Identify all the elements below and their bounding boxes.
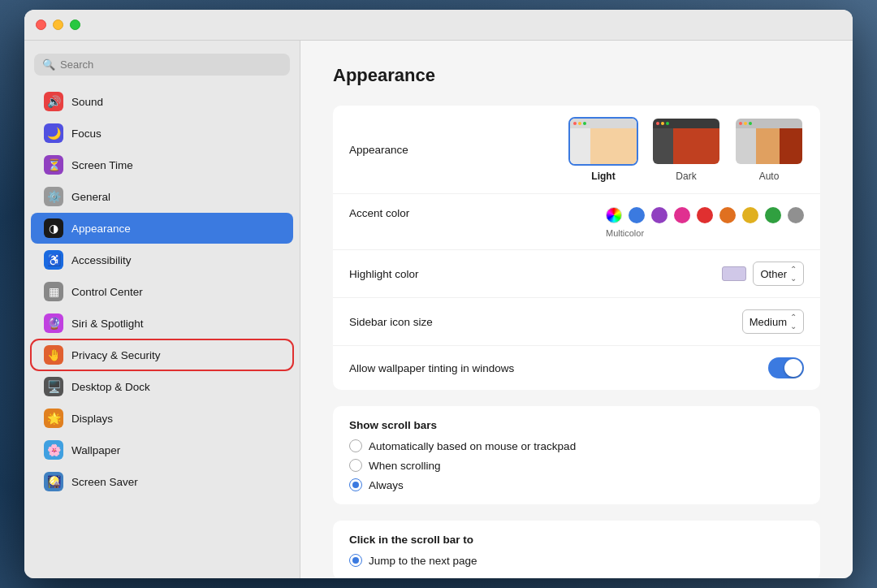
sidebar: 🔍 🔊Sound🌙Focus⏳Screen Time⚙️General◑Appe… [24, 41, 300, 578]
appearance-options: Light [568, 117, 804, 182]
main-window: 🔍 🔊Sound🌙Focus⏳Screen Time⚙️General◑Appe… [24, 10, 853, 578]
appearance-thumb-dark [651, 117, 721, 166]
sidebar-item-sound[interactable]: 🔊Sound [31, 86, 293, 117]
sidebar-items: 🔊Sound🌙Focus⏳Screen Time⚙️General◑Appear… [24, 85, 300, 498]
minimize-button[interactable] [53, 19, 63, 30]
sidebar-icon-size-label: Sidebar icon size [349, 316, 742, 328]
sidebar-label-focus: Focus [71, 128, 102, 140]
highlight-color-row: Highlight color Other ⌃⌄ [333, 250, 820, 298]
appearance-thumb-auto [734, 117, 804, 166]
sidebar-icon-wallpaper: 🌸 [44, 440, 63, 460]
accent-color-label: Accent color [349, 207, 606, 219]
scroll-when-scrolling-radio[interactable] [349, 459, 362, 472]
jump-next-option[interactable]: Jump to the next page [349, 554, 804, 567]
search-input[interactable] [60, 58, 282, 71]
sidebar-label-accessibility: Accessibility [71, 254, 132, 266]
accent-pink[interactable] [674, 207, 690, 223]
sidebar-item-focus[interactable]: 🌙Focus [31, 118, 293, 149]
appearance-auto-label: Auto [759, 171, 780, 182]
sidebar-item-screen-time[interactable]: ⏳Screen Time [31, 149, 293, 180]
search-bar[interactable]: 🔍 [34, 54, 290, 76]
sidebar-item-displays[interactable]: 🌟Displays [31, 403, 293, 434]
accent-red[interactable] [697, 207, 713, 223]
scroll-always-option[interactable]: Always [349, 478, 804, 491]
sidebar-label-privacy-security: Privacy & Security [71, 349, 161, 361]
highlight-control: Other ⌃⌄ [722, 262, 804, 286]
sidebar-item-siri-spotlight[interactable]: 🔮Siri & Spotlight [31, 308, 293, 339]
appearance-dark-label: Dark [676, 171, 696, 182]
sidebar-label-control-center: Control Center [71, 286, 143, 298]
sidebar-item-general[interactable]: ⚙️General [31, 181, 293, 212]
search-icon: 🔍 [42, 58, 55, 71]
click-scroll-radio-group: Jump to the next page [349, 554, 804, 567]
accent-purple[interactable] [651, 207, 667, 223]
sidebar-label-appearance: Appearance [71, 223, 131, 235]
sidebar-item-screen-saver[interactable]: 🎑Screen Saver [31, 466, 293, 497]
jump-next-radio[interactable] [349, 554, 362, 567]
sidebar-icon-displays: 🌟 [44, 409, 63, 428]
highlight-chevron-icon: ⌃⌄ [790, 265, 797, 283]
wallpaper-tinting-row: Allow wallpaper tinting in windows [333, 346, 820, 390]
scroll-when-scrolling-option[interactable]: When scrolling [349, 459, 804, 472]
sidebar-label-sound: Sound [71, 96, 103, 108]
accent-orange[interactable] [719, 207, 736, 223]
sidebar-item-wallpaper[interactable]: 🌸Wallpaper [31, 435, 293, 465]
sidebar-icon-accessibility: ♿ [44, 250, 63, 270]
sidebar-icon-appearance: ◑ [44, 218, 63, 238]
jump-next-label: Jump to the next page [369, 555, 477, 567]
highlight-swatch [722, 266, 746, 281]
sidebar-label-screen-saver: Screen Saver [71, 476, 138, 488]
sidebar-item-desktop-dock[interactable]: 🖥️Desktop & Dock [31, 371, 293, 402]
sidebar-icon-general: ⚙️ [44, 187, 63, 206]
sidebar-icon-control-center: ▦ [44, 282, 63, 301]
accent-yellow[interactable] [742, 207, 758, 223]
sidebar-item-appearance[interactable]: ◑Appearance [31, 213, 293, 244]
scroll-always-radio[interactable] [349, 478, 362, 491]
appearance-section: Appearance [333, 106, 820, 390]
sidebar-size-label: Medium [750, 316, 787, 328]
wallpaper-tinting-label: Allow wallpaper tinting in windows [349, 362, 768, 374]
title-bar [24, 10, 853, 41]
sidebar-item-privacy-security[interactable]: 🤚Privacy & Security [31, 339, 293, 370]
wallpaper-toggle[interactable] [768, 357, 804, 378]
highlight-dropdown[interactable]: Other ⌃⌄ [753, 262, 804, 286]
sidebar-icon-size-row: Sidebar icon size Medium ⌃⌄ [333, 298, 820, 346]
scroll-auto-label: Automatically based on mouse or trackpad [369, 440, 576, 452]
highlight-dropdown-label: Other [760, 268, 787, 280]
sidebar-label-screen-time: Screen Time [71, 159, 133, 171]
appearance-thumb-light [568, 117, 638, 166]
toggle-knob [784, 359, 802, 377]
sidebar-label-displays: Displays [71, 413, 113, 425]
sidebar-label-desktop-dock: Desktop & Dock [71, 381, 150, 393]
maximize-button[interactable] [70, 19, 80, 30]
highlight-color-label: Highlight color [349, 268, 722, 280]
click-scroll-section: Click in the scroll bar to Jump to the n… [333, 521, 820, 578]
appearance-option-dark[interactable]: Dark [651, 117, 721, 182]
sidebar-icon-focus: 🌙 [44, 123, 63, 143]
appearance-option-auto[interactable]: Auto [734, 117, 804, 182]
main-panel: Appearance Appearance [300, 41, 853, 578]
scroll-bars-section: Show scroll bars Automatically based on … [333, 406, 820, 504]
accent-multicolor[interactable] [606, 207, 622, 223]
scroll-auto-option[interactable]: Automatically based on mouse or trackpad [349, 439, 804, 452]
sidebar-item-accessibility[interactable]: ♿Accessibility [31, 244, 293, 275]
sidebar-icon-screen-time: ⏳ [44, 155, 63, 175]
sidebar-icon-privacy-security: 🤚 [44, 345, 63, 365]
sidebar-icon-sound: 🔊 [44, 92, 63, 111]
accent-blue[interactable] [629, 207, 645, 223]
accent-green[interactable] [765, 207, 781, 223]
multicolor-label: Multicolor [606, 228, 644, 238]
sidebar-icon-siri-spotlight: 🔮 [44, 313, 63, 333]
scroll-auto-radio[interactable] [349, 439, 362, 452]
click-scroll-title: Click in the scroll bar to [349, 534, 804, 546]
scroll-bars-radio-group: Automatically based on mouse or trackpad… [349, 439, 804, 491]
sidebar-item-control-center[interactable]: ▦Control Center [31, 276, 293, 307]
sidebar-size-dropdown[interactable]: Medium ⌃⌄ [742, 309, 804, 334]
accent-graphite[interactable] [788, 207, 804, 223]
appearance-row: Appearance [333, 106, 820, 194]
jump-next-dot [352, 557, 359, 564]
color-row [606, 207, 804, 223]
close-button[interactable] [36, 19, 46, 30]
appearance-option-light[interactable]: Light [568, 117, 638, 182]
radio-selected-dot [352, 482, 359, 488]
